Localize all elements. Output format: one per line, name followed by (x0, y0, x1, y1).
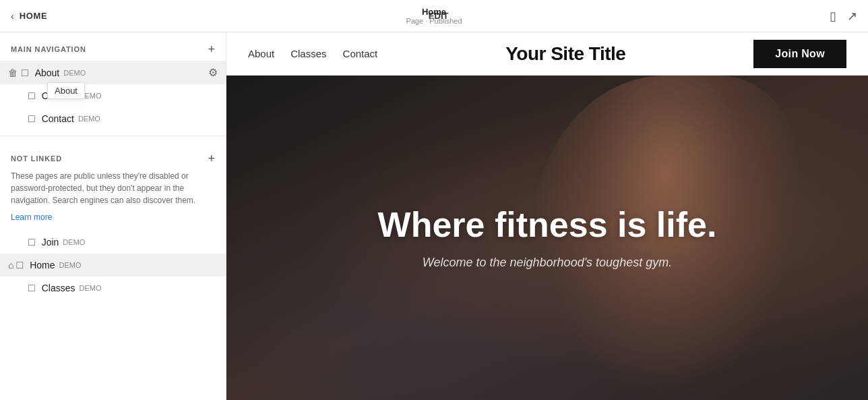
page-status: Page · Published (406, 17, 462, 25)
sidebar-item-label: Join (42, 237, 59, 248)
hero-section: Where fitness is life. Welcome to the ne… (226, 76, 868, 400)
about-tooltip: About (47, 82, 85, 99)
sidebar-item-badge: DEMO (78, 115, 100, 123)
sidebar-item-badge: DEMO (79, 284, 101, 292)
nav-link-contact[interactable]: Contact (343, 48, 378, 59)
sidebar-item-contact[interactable]: □ Contact DEMO (0, 107, 226, 130)
sidebar-item-about[interactable]: 🗑 □ About DEMO ⚙ About (0, 61, 226, 84)
not-linked-description-text: These pages are public unless they're di… (11, 170, 215, 206)
sidebar-item-label: Contact (42, 113, 74, 124)
add-nav-item-button[interactable]: + (208, 43, 215, 55)
not-linked-description-section: These pages are public unless they're di… (0, 170, 226, 231)
hero-title: Where fitness is life. (378, 206, 717, 244)
settings-icon[interactable]: ⚙ (208, 66, 218, 79)
sidebar-item-badge: DEMO (63, 238, 85, 246)
site-nav: About Classes Contact Your Site Title Jo… (226, 32, 868, 76)
site-nav-links: About Classes Contact (248, 48, 377, 59)
page-icon: □ (28, 113, 35, 125)
page-icon: □ (28, 90, 35, 102)
sidebar-item-classes[interactable]: □ Classes DEMO (0, 84, 226, 107)
back-arrow-icon[interactable]: ‹ (11, 11, 14, 22)
not-linked-title: NOT LINKED (11, 154, 62, 163)
sidebar: MAIN NAVIGATION + 🗑 □ About DEMO ⚙ About… (0, 32, 226, 400)
page-icon: □ (16, 259, 23, 271)
main-nav-title: MAIN NAVIGATION (11, 45, 86, 53)
join-now-button[interactable]: Join Now (753, 40, 846, 68)
sidebar-item-home[interactable]: ⌂ □ Home DEMO (0, 254, 226, 277)
sidebar-item-badge: DEMO (59, 261, 82, 269)
main-nav-section-header: MAIN NAVIGATION + (0, 32, 226, 61)
nav-link-classes[interactable]: Classes (290, 48, 326, 59)
site-title: Your Site Title (505, 43, 625, 65)
nav-link-about[interactable]: About (248, 48, 274, 59)
page-name: Home (422, 7, 446, 17)
sidebar-item-classes-notlinked[interactable]: □ Classes DEMO (0, 277, 226, 299)
sidebar-item-badge: DEMO (63, 69, 86, 77)
hero-content: Where fitness is life. Welcome to the ne… (351, 206, 744, 269)
page-icon: □ (28, 236, 35, 248)
top-bar-left: ‹ HOME (11, 11, 47, 22)
top-bar: ‹ HOME EDIT Home Page · Published ▯ ↗ (0, 0, 868, 32)
page-info: Home Page · Published (406, 7, 462, 25)
add-not-linked-button[interactable]: + (208, 152, 215, 165)
page-icon: □ (22, 67, 28, 79)
sidebar-item-label: About (35, 67, 60, 78)
home-icon: ⌂ (8, 260, 13, 270)
learn-more-link[interactable]: Learn more (11, 212, 52, 222)
preview-area: About Classes Contact Your Site Title Jo… (226, 32, 868, 400)
delete-icon[interactable]: 🗑 (8, 67, 18, 78)
mobile-preview-icon[interactable]: ▯ (830, 9, 836, 24)
expand-icon[interactable]: ↗ (847, 9, 857, 24)
main-layout: MAIN NAVIGATION + 🗑 □ About DEMO ⚙ About… (0, 32, 868, 400)
home-label[interactable]: HOME (20, 11, 48, 21)
sidebar-item-join[interactable]: □ Join DEMO (0, 231, 226, 254)
sidebar-item-label: Classes (42, 283, 75, 293)
page-icon: □ (28, 282, 35, 294)
hero-subtitle: Welcome to the neighborhood's toughest g… (378, 256, 717, 270)
sidebar-item-label: Home (30, 260, 55, 270)
not-linked-section-header: NOT LINKED + (0, 142, 226, 170)
sidebar-divider (0, 136, 226, 136)
top-bar-right: ▯ ↗ (830, 9, 857, 24)
